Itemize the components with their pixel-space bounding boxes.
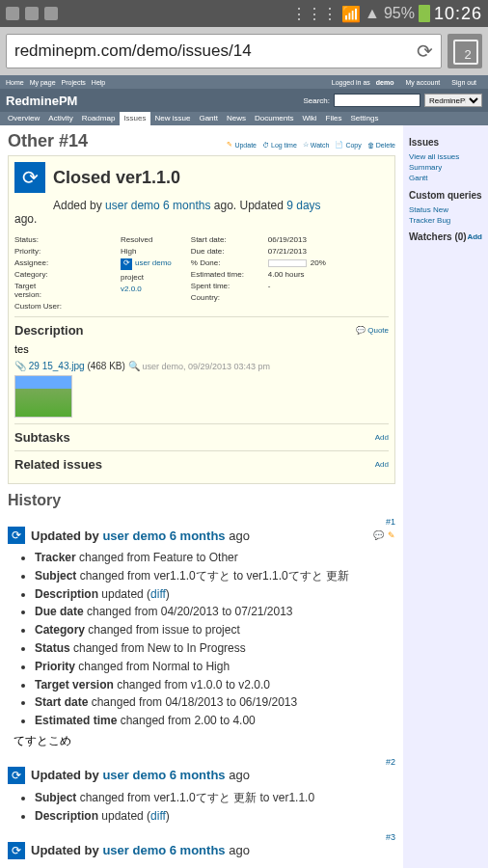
description-body: tes (14, 343, 389, 355)
history-author[interactable]: user demo (102, 529, 166, 543)
shopping-icon (25, 7, 39, 20)
battery-pct: 95% (384, 5, 415, 22)
tab-roadmap[interactable]: Roadmap (78, 112, 120, 125)
tab-gantt[interactable]: Gantt (195, 112, 222, 125)
history-note: てすとこめ (14, 733, 395, 749)
history-change: Estimated time changed from 2.00 to 4.00 (35, 713, 395, 729)
sb-watchers-heading: Watchers (0)Add (409, 231, 482, 242)
related-heading: Related issues (14, 457, 102, 472)
update-link[interactable]: ✎Update (227, 141, 257, 149)
history-entry: #1⟳Updated by user demo 6 months ago💬✎Tr… (8, 517, 395, 749)
main-content: Other #14 ✎Update ⏱Log time ☆Watch 📄Copy… (0, 125, 403, 868)
history-author[interactable]: user demo (102, 768, 166, 782)
nav-projects[interactable]: Projects (62, 79, 86, 86)
quote-link[interactable]: 💬 Quote (356, 326, 389, 335)
nav-user[interactable]: demo (376, 79, 394, 86)
watch-link[interactable]: ☆Watch (303, 141, 330, 149)
tab-settings[interactable]: Settings (346, 112, 382, 125)
issue-id: Other #14 (8, 131, 88, 151)
gallery-icon (6, 7, 19, 20)
history-change: Subject changed from ver1.1.0てすと 更新 to v… (35, 790, 395, 806)
sb-query-2[interactable]: Tracker Bug (409, 215, 482, 226)
issue-attributes: Status: Priority: Assignee: Category: Ta… (14, 235, 389, 311)
top-menu: Home My page Projects Help Logged in as … (0, 75, 488, 89)
project-tabs: OverviewActivityRoadmapIssuesNew issueGa… (0, 112, 488, 125)
history-change: Tracker changed from Feature to Other (35, 550, 395, 566)
copy-link[interactable]: 📄Copy (335, 141, 361, 149)
history-num[interactable]: #3 (386, 832, 395, 842)
add-related-link[interactable]: Add (375, 460, 389, 469)
created-time-link[interactable]: 6 months (163, 199, 210, 212)
nav-signout[interactable]: Sign out (451, 79, 476, 86)
history-change: Description updated (diff) (35, 808, 395, 825)
history-change: Due date changed from 04/20/2013 to 07/2… (35, 604, 395, 620)
tabs-button[interactable]: 2 (447, 34, 482, 68)
tab-issues[interactable]: Issues (120, 112, 149, 125)
history-num[interactable]: #1 (386, 517, 395, 527)
android-status-bar: ⋮⋮⋮ 📶 ▲ 95% 10:26 (0, 0, 488, 27)
history-change: Subject changed from ver1.1.0てすと to ver1… (35, 568, 395, 584)
target-version-link[interactable]: v2.0.0 (121, 285, 142, 293)
avatar: ⟳ (8, 767, 25, 784)
delete-link[interactable]: 🗑Delete (367, 141, 395, 149)
history-time[interactable]: 6 months (170, 529, 226, 543)
assignee-link[interactable]: user demo (135, 258, 172, 267)
search-input[interactable] (334, 94, 420, 107)
history-change: Subject changed from ver1.1.0 to Closed … (35, 865, 395, 868)
wifi-icon: 📶 (341, 5, 361, 23)
sb-query-1[interactable]: Status New (409, 204, 482, 215)
diff-link[interactable]: diff (150, 587, 166, 601)
issue-subject: Closed ver1.1.0 (53, 168, 180, 188)
nav-help[interactable]: Help (92, 79, 105, 86)
quote-icon[interactable]: 💬 (373, 530, 384, 540)
project-select[interactable]: RedminePM (424, 94, 482, 107)
log-time-link[interactable]: ⏱Log time (262, 141, 297, 149)
issue-details: ⟳ Closed ver1.1.0 Added by user demo 6 m… (8, 155, 395, 484)
clock: 10:26 (434, 4, 482, 24)
history-num[interactable]: #2 (386, 757, 395, 767)
nav-home[interactable]: Home (6, 79, 24, 86)
sb-summary[interactable]: Summary (409, 162, 482, 173)
signal-icon: ▲ (365, 5, 380, 22)
history-author[interactable]: user demo (102, 843, 166, 857)
tab-activity[interactable]: Activity (44, 112, 76, 125)
reload-icon[interactable]: ⟳ (417, 40, 433, 63)
nav-my-page[interactable]: My page (30, 79, 56, 86)
subtasks-heading: Subtasks (14, 430, 70, 445)
tab-wiki[interactable]: Wiki (298, 112, 320, 125)
sb-add-watcher[interactable]: Add (467, 231, 482, 242)
sb-view-all[interactable]: View all issues (409, 151, 482, 162)
tab-files[interactable]: Files (322, 112, 346, 125)
nav-account[interactable]: My account (406, 79, 441, 86)
avatar: ⟳ (14, 162, 45, 193)
issue-meta: Added by user demo 6 months ago. Updated… (53, 199, 389, 212)
issue-actions: ✎Update ⏱Log time ☆Watch 📄Copy 🗑Delete (227, 141, 395, 149)
history-change: Priority changed from Normal to High (35, 659, 395, 675)
search-label[interactable]: Search: (303, 96, 330, 105)
attachment-link[interactable]: 29 15_43.jpg (29, 361, 85, 371)
attachment-thumbnail[interactable] (14, 375, 72, 418)
url-bar[interactable]: ⟳ (6, 34, 442, 68)
author-link[interactable]: user demo (105, 199, 160, 212)
url-input[interactable] (14, 41, 417, 61)
sb-gantt[interactable]: Gantt (409, 173, 482, 183)
history-change: Target version changed from v1.0.0 to v2… (35, 677, 395, 693)
avatar: ⟳ (8, 527, 25, 544)
add-subtask-link[interactable]: Add (375, 433, 389, 442)
battery-icon (419, 5, 430, 22)
tab-new-issue[interactable]: New issue (151, 112, 195, 125)
attachment: 📎 29 15_43.jpg (468 KB) 🔍 user demo, 09/… (14, 361, 389, 371)
app-title[interactable]: RedminePM (6, 94, 77, 108)
tab-overview[interactable]: Overview (4, 112, 43, 125)
diff-link[interactable]: diff (150, 809, 166, 823)
history-time[interactable]: 6 months (170, 843, 226, 857)
updated-time-link[interactable]: 9 days (286, 199, 320, 212)
browser-toolbar: ⟳ 2 (0, 27, 488, 75)
tab-news[interactable]: News (223, 112, 250, 125)
tab-documents[interactable]: Documents (251, 112, 297, 125)
app-header: RedminePM Search: RedminePM (0, 89, 488, 112)
vibrate-icon: ⋮⋮⋮ (291, 5, 338, 23)
history-change: Start date changed from 04/18/2013 to 06… (35, 694, 395, 711)
history-time[interactable]: 6 months (170, 768, 226, 782)
edit-icon[interactable]: ✎ (388, 530, 395, 540)
